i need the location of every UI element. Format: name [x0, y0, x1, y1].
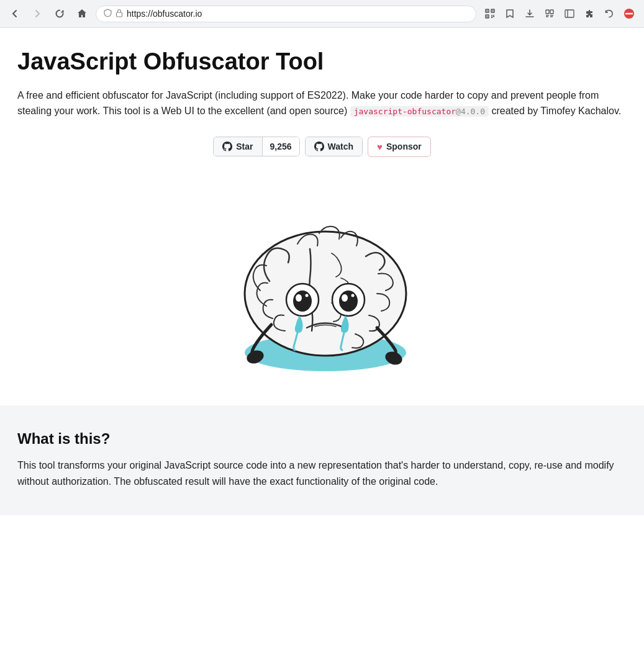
what-is-this-text: This tool transforms your original JavaS… — [17, 457, 627, 490]
home-button[interactable] — [73, 5, 91, 22]
svg-rect-0 — [117, 12, 122, 17]
browser-chrome: https://obfuscator.io — [0, 0, 644, 28]
extensions-button[interactable] — [581, 5, 598, 22]
github-logo-star — [222, 142, 232, 151]
star-button[interactable]: Star — [214, 137, 261, 156]
qr-button[interactable] — [481, 5, 499, 22]
svg-rect-7 — [491, 15, 492, 16]
what-is-this-title: What is this? — [17, 430, 627, 448]
back-button[interactable] — [6, 5, 24, 22]
page-title: JavaScript Obfuscator Tool — [17, 48, 627, 76]
star-button-group: Star 9,256 — [213, 137, 299, 156]
svg-point-25 — [296, 294, 302, 302]
svg-rect-4 — [487, 11, 488, 12]
browser-actions — [481, 5, 638, 22]
description-text-after: created by Timofey Kachalov. — [489, 106, 621, 116]
svg-rect-5 — [492, 11, 494, 12]
page-content: JavaScript Obfuscator Tool A free and ef… — [0, 28, 644, 405]
watch-button-group: Watch — [305, 137, 363, 156]
svg-point-26 — [305, 294, 308, 297]
svg-rect-10 — [493, 16, 495, 17]
star-count[interactable]: 9,256 — [262, 137, 299, 156]
sponsor-button[interactable]: ♥ Sponsor — [368, 137, 431, 157]
brain-svg — [211, 182, 434, 381]
svg-point-29 — [342, 294, 348, 302]
reading-list-button[interactable] — [541, 5, 558, 22]
page-description: A free and efficient obfuscator for Java… — [17, 88, 627, 119]
shield-icon — [104, 9, 112, 19]
bottom-section: What is this? This tool transforms your … — [0, 405, 644, 515]
github-buttons: Star 9,256 Watch ♥ Sponsor — [17, 137, 627, 157]
url-text: https://obfuscator.io — [127, 9, 468, 19]
download-button[interactable] — [521, 5, 538, 22]
sidebar-button[interactable] — [561, 5, 578, 22]
no-entry-button[interactable] — [620, 5, 638, 22]
brain-illustration-container — [17, 169, 627, 405]
watch-button[interactable]: Watch — [306, 137, 362, 156]
lock-icon — [116, 9, 123, 19]
heart-icon: ♥ — [377, 142, 383, 152]
reload-button[interactable] — [51, 5, 68, 22]
package-badge: javascript-obfuscator@4.0.0 — [350, 106, 489, 117]
forward-button[interactable] — [29, 5, 46, 22]
github-logo-watch — [314, 142, 324, 151]
address-bar[interactable]: https://obfuscator.io — [96, 6, 476, 22]
svg-rect-17 — [565, 10, 574, 17]
svg-rect-8 — [493, 15, 494, 16]
svg-point-28 — [339, 290, 358, 312]
svg-point-30 — [351, 294, 354, 297]
svg-point-24 — [293, 290, 312, 312]
svg-rect-11 — [546, 10, 549, 14]
undo-button[interactable] — [601, 5, 618, 22]
svg-rect-6 — [487, 16, 488, 17]
bookmark-button[interactable] — [501, 5, 519, 22]
svg-rect-9 — [491, 17, 492, 19]
svg-rect-12 — [550, 10, 553, 14]
